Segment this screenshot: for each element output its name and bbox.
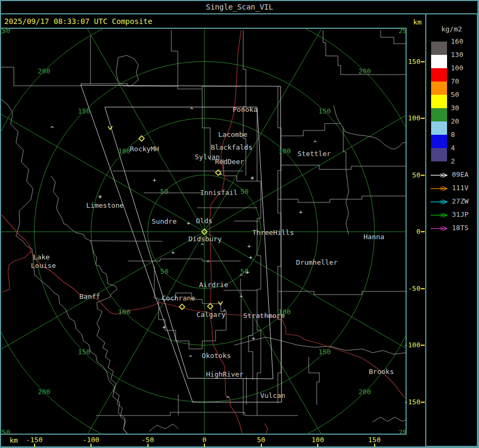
radar-id-row: 18TS (430, 224, 477, 232)
range-ring-label: 200 (38, 388, 50, 396)
legend-value-label: 100 (451, 64, 472, 72)
legend-color-swatch (431, 42, 447, 55)
x-tick-label: -100 (75, 436, 107, 444)
station-marker: ^ (240, 273, 243, 280)
radar-direction-arrow-icon (430, 225, 450, 232)
x-tick-mark (34, 444, 35, 447)
legend-unit-label: kg/m2 (426, 25, 477, 33)
radar-direction-arrow-icon (430, 211, 450, 219)
radar-id-row: 09EA (430, 171, 477, 178)
x-axis-unit-label: km (10, 436, 18, 444)
x-tick-mark (317, 444, 318, 447)
city-label: Hanna (364, 233, 384, 241)
station-marker: + (299, 209, 303, 216)
y-tick-label: 150 (398, 58, 420, 66)
radar-direction-arrow-icon (430, 172, 450, 179)
station-marker: ^ (201, 242, 204, 249)
station-marker: + (247, 243, 251, 250)
range-ring-label: 200 (358, 67, 370, 75)
station-marker: * (250, 175, 254, 183)
legend-value-label: 130 (451, 51, 472, 59)
legend-color-swatch (431, 148, 447, 161)
legend-color-swatch (431, 95, 447, 108)
y-tick-label: 100 (398, 115, 420, 122)
radar-id-row: 31JP (430, 211, 477, 218)
x-tick-mark (147, 444, 148, 447)
legend-color-swatch (431, 135, 447, 148)
legend-value-label: 8 (451, 131, 472, 139)
range-ring-label: 150 (318, 348, 331, 356)
city-label: Sundre (152, 217, 177, 225)
x-tick-mark (374, 444, 375, 447)
legend-value-label: 70 (451, 78, 472, 85)
range-ring-label: 50 (240, 188, 249, 196)
legend-value-label: 4 (451, 144, 472, 152)
city-label: Lake (33, 253, 49, 261)
range-ring-label: 100 (118, 147, 130, 155)
city-label: Olds (196, 217, 212, 225)
x-axis: km -150-100-50050100150 (0, 435, 425, 447)
legend-color-swatch (431, 82, 447, 95)
legend-value-label: 50 (451, 91, 472, 99)
x-tick-label: -150 (19, 436, 51, 444)
radar-map: 5050505010010010010015015015015020020020… (0, 0, 479, 448)
station-marker: + (249, 254, 253, 261)
city-label: Limestone (86, 201, 124, 209)
station-marker: ^ (313, 140, 317, 146)
legend-value-label: 20 (451, 118, 472, 125)
city-label: RedDeer (215, 158, 244, 166)
y-tick-mark (421, 231, 425, 232)
city-label: Banff (79, 292, 100, 300)
station-marker: ^ (223, 308, 227, 315)
legend-panel: kg/m2 16013010070503020842 09EA111V27ZW3… (425, 13, 478, 447)
y-tick-mark (421, 402, 425, 403)
city-label: Didsbury (188, 235, 222, 243)
y-tick-mark (421, 345, 425, 346)
city-label: Lacombe (218, 131, 247, 139)
city-label: Brooks (369, 368, 394, 376)
station-marker: + (187, 220, 191, 227)
radar-direction-arrow-icon (430, 185, 450, 192)
city-label: ThreeHills (252, 229, 294, 237)
x-tick-label: 150 (359, 436, 391, 444)
station-marker: ^ (207, 259, 210, 266)
legend-color-swatch (431, 55, 447, 68)
y-tick-mark (421, 288, 425, 289)
y-tick-label: 50 (398, 172, 420, 179)
y-tick-label: -150 (398, 398, 420, 406)
city-label: Blackfalds (211, 143, 252, 151)
range-ring-label: 100 (118, 308, 130, 316)
radar-direction-arrow-icon (430, 198, 450, 206)
station-marker: + (246, 269, 250, 276)
legend-color-swatch (431, 108, 447, 121)
city-label: Vulcan (260, 392, 285, 400)
range-ring-label: 150 (78, 348, 90, 356)
range-ring-label: 200 (358, 388, 370, 396)
legend-value-label: 2 (451, 158, 472, 165)
station-marker: ^ (240, 295, 243, 302)
radar-id-label: 111V (452, 184, 468, 192)
station-marker: ^ (226, 395, 230, 402)
city-label: HighRiver (206, 370, 244, 378)
city-label: Calgary (196, 311, 226, 319)
city-label: RockyMH (130, 145, 159, 153)
city-label: Louise (31, 262, 56, 270)
station-marker: ^ (51, 125, 54, 132)
x-tick-label: 100 (302, 436, 334, 444)
range-ring-label: 200 (38, 67, 50, 75)
station-marker: + (162, 324, 166, 331)
radar-id-row: 111V (430, 184, 477, 192)
city-label: Okotoks (202, 352, 231, 360)
range-ring-label: 150 (78, 107, 90, 115)
y-tick-label: -100 (398, 341, 420, 349)
y-tick-mark (421, 175, 425, 176)
radar-application-window: Single_Scan_VIL 2025/09/17 08:33:07 UTC … (0, 0, 479, 448)
city-label: Innisfail (200, 189, 237, 197)
station-marker: + (171, 249, 175, 256)
radar-id-label: 31JP (452, 211, 468, 218)
station-marker: + (153, 177, 156, 184)
radar-id-label: 09EA (452, 171, 468, 178)
legend-value-label: 160 (451, 38, 472, 45)
x-tick-mark (204, 444, 205, 447)
x-tick-label: 0 (188, 436, 220, 444)
